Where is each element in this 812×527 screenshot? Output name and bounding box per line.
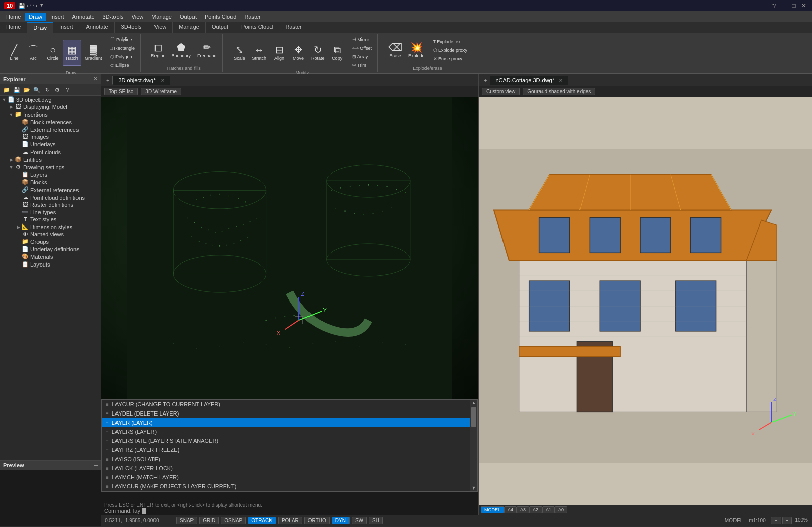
ribbon-tab-home[interactable]: Home (0, 22, 27, 33)
right-tab-close[interactable]: ✕ (559, 78, 563, 83)
hatch-button[interactable]: ▦ Hatch (63, 40, 81, 66)
boundary-button[interactable]: ⬟ Boundary (169, 37, 194, 63)
region-button[interactable]: ◻ Region (148, 37, 168, 63)
tree-item-linetypes[interactable]: ➖ Line types (0, 208, 101, 216)
tree-item-blocks[interactable]: 📦 Blocks (0, 178, 101, 186)
right-viewport-canvas[interactable]: Z Y X MODEL A4 A3 A2 A1 A0 (479, 97, 812, 515)
autocomplete-item-layer[interactable]: ≡ LAYER (LAYER) (102, 418, 470, 427)
autocomplete-item-layfrz[interactable]: ≡ LAYFRZ (LAYER FREEZE) (102, 445, 470, 455)
model-tab-a2[interactable]: A2 (529, 506, 542, 513)
ellipse-btn[interactable]: ⬭ Ellipse (108, 61, 137, 69)
menu-annotate[interactable]: Annotate (68, 13, 99, 21)
sh-btn[interactable]: SH (369, 517, 383, 524)
tree-item-groups[interactable]: 📁 Groups (0, 238, 101, 245)
offset-btn[interactable]: ⟺ Offset (350, 44, 374, 52)
explorer-tool-search[interactable]: 🔍 (32, 85, 42, 94)
preview-minimize-btn[interactable]: ─ (94, 462, 98, 468)
tree-item-drawsettings[interactable]: ▼ ⚙ Drawing settings (0, 163, 101, 171)
menu-raster[interactable]: Raster (240, 13, 264, 21)
autocomplete-item-laycur[interactable]: ≡ LAYCUR (CHANGE TO CURRENT LAYER) (102, 400, 470, 409)
main-render-label[interactable]: 3D Wireframe (141, 88, 181, 95)
menu-3dtools[interactable]: 3D-tools (99, 13, 128, 21)
copy-button[interactable]: ⧉ Copy (328, 40, 346, 66)
arc-button[interactable]: ⌒ Arc (24, 40, 43, 66)
autocomplete-scrollbar[interactable]: ▲ ▼ (470, 400, 477, 491)
ribbon-tab-raster[interactable]: Raster (279, 22, 308, 33)
tree-item-extrefs2[interactable]: 🔗 External references (0, 186, 101, 194)
explode-button[interactable]: 💥 Explode (406, 37, 428, 63)
autocomplete-item-layerstate[interactable]: ≡ LAYERSTATE (LAYER STATE MANAGER) (102, 436, 470, 445)
tree-item-dimstyles[interactable]: ▶ 📐 Dimension styles (0, 223, 101, 231)
tree-item-pointclouds[interactable]: ☁ Point clouds (0, 148, 101, 156)
tree-item-materials[interactable]: 🎨 Materials (0, 253, 101, 260)
gradient-button[interactable]: ▓ Gradient (82, 40, 105, 66)
tree-item-namedviews[interactable]: 👁 Named views (0, 231, 101, 238)
autocomplete-item-layiso[interactable]: ≡ LAYISO (ISOLATE) (102, 455, 470, 464)
mirror-btn[interactable]: ⊣ Mirror (350, 35, 374, 44)
ribbon-tab-manage[interactable]: Manage (173, 22, 206, 33)
menu-insert[interactable]: Insert (46, 13, 68, 21)
menu-view[interactable]: View (128, 13, 148, 21)
tree-item-textstyles[interactable]: T Text styles (0, 216, 101, 223)
explorer-tool-help[interactable]: ? (63, 85, 72, 94)
ribbon-tab-draw[interactable]: Draw (27, 22, 53, 33)
close-button[interactable]: ✕ (800, 2, 808, 10)
menu-manage[interactable]: Manage (147, 13, 176, 21)
tree-item-pcdef[interactable]: ☁ Point cloud definitions (0, 194, 101, 201)
freehand-button[interactable]: ✏ Freehand (195, 37, 219, 63)
tree-item-images[interactable]: 🖼 Images (0, 133, 101, 140)
minimize-button[interactable]: ─ (780, 2, 788, 10)
polyline-btn[interactable]: ⌒ Polyline (108, 35, 137, 44)
main-viewport-tab[interactable]: 3D object.dwg* ✕ (112, 76, 170, 85)
viewport-add-btn[interactable]: + (103, 77, 112, 83)
osnap-btn[interactable]: OSNAP (221, 517, 246, 524)
ribbon-tab-pointscloud[interactable]: Points Cloud (235, 22, 279, 33)
sw-btn[interactable]: SW (352, 517, 367, 524)
tree-item-displaying[interactable]: ▶ 🖼 Displaying: Model (0, 103, 101, 110)
ribbon-tab-annotate[interactable]: Annotate (80, 22, 115, 33)
model-tab-a1[interactable]: A1 (542, 506, 555, 513)
move-button[interactable]: ✥ Move (289, 40, 307, 66)
explorer-tool-open[interactable]: 📂 (22, 85, 31, 94)
stretch-button[interactable]: ↔ Stretch (250, 40, 269, 66)
tree-item-blockrefs[interactable]: 📦 Block references (0, 118, 101, 126)
explorer-close-btn[interactable]: ✕ (93, 76, 98, 82)
autocomplete-item-laydel[interactable]: ≡ LAYDEL (DELETE LAYER) (102, 409, 470, 418)
array-btn[interactable]: ⊞ Array (350, 53, 374, 61)
zoom-in-btn[interactable]: + (782, 517, 792, 524)
snap-btn[interactable]: SNAP (176, 517, 197, 524)
maximize-button[interactable]: □ (790, 2, 798, 10)
right-render-label[interactable]: Gouraud shaded with edges (523, 88, 595, 95)
ribbon-tab-insert[interactable]: Insert (53, 22, 80, 33)
autocomplete-item-laymcur[interactable]: ≡ LAYMCUR (MAKE OBJECT'S LAYER CURRENT) (102, 482, 470, 491)
tree-item-rasterdef[interactable]: 🖼 Raster definitions (0, 201, 101, 208)
autocomplete-item-laymch[interactable]: ≡ LAYMCH (MATCH LAYER) (102, 473, 470, 482)
erase-proxy-btn[interactable]: ✕ Erase proxy (431, 55, 470, 63)
trim-btn[interactable]: ✂ Trim (350, 61, 374, 69)
model-tab-a0[interactable]: A0 (555, 506, 567, 513)
line-button[interactable]: ╱ Line (5, 40, 23, 66)
right-viewport-tab[interactable]: nCAD.Cottage 3D.dwg* ✕ (490, 76, 568, 85)
tree-item-underlays[interactable]: 📄 Underlays (0, 140, 101, 148)
explode-proxy-btn[interactable]: ⬡ Explode proxy (431, 46, 470, 54)
align-button[interactable]: ⊟ Align (270, 40, 288, 66)
right-viewport-add-btn[interactable]: + (481, 77, 490, 83)
autocomplete-item-layers[interactable]: ≡ LAYERS (LAYER) (102, 427, 470, 436)
tree-item-root[interactable]: ▼ 📄 3D object.dwg (0, 96, 101, 103)
menu-output[interactable]: Output (176, 13, 201, 21)
polar-btn[interactable]: POLAR (278, 517, 302, 524)
ribbon-tab-output[interactable]: Output (206, 22, 235, 33)
autocomplete-item-laylck[interactable]: ≡ LAYLCK (LAYER LOCK) (102, 464, 470, 473)
main-tab-close[interactable]: ✕ (161, 78, 165, 83)
rectangle-btn[interactable]: □ Rectangle (108, 44, 137, 52)
main-viewport-canvas[interactable]: Z Y X (101, 97, 478, 399)
otrack-btn[interactable]: OTRACK (248, 517, 276, 524)
model-tab-a4[interactable]: A4 (504, 506, 517, 513)
explorer-tool-save[interactable]: 💾 (12, 85, 21, 94)
scale-button[interactable]: ⤡ Scale (230, 40, 249, 66)
tree-item-layers[interactable]: 📋 Layers (0, 171, 101, 178)
model-tab-model[interactable]: MODEL (481, 506, 504, 513)
rotate-button[interactable]: ↻ Rotate (308, 40, 327, 66)
right-view-label[interactable]: Custom view (482, 88, 520, 95)
zoom-out-btn[interactable]: − (771, 517, 781, 524)
